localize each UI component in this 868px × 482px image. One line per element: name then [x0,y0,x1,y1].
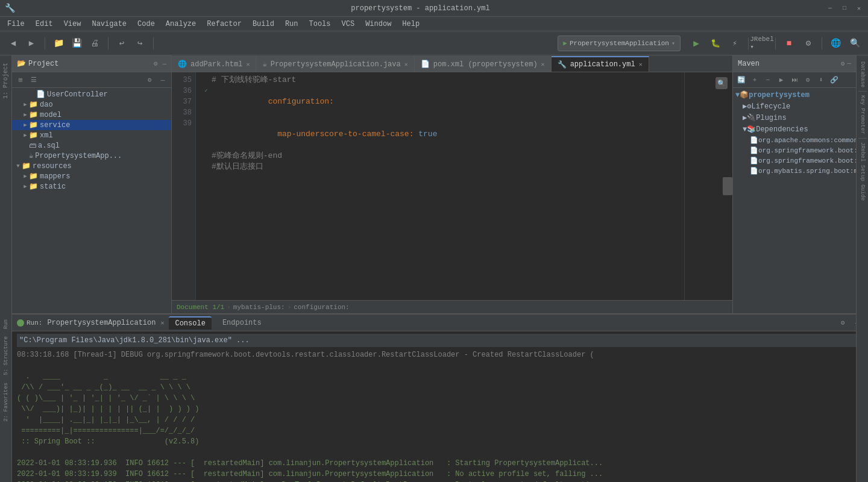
toolbar-translate-btn[interactable]: 🌐 [827,35,844,52]
run-coverage-btn[interactable]: ⚡ [726,35,743,52]
project-close-icon[interactable]: — [162,60,166,67]
menu-file[interactable]: File [2,19,30,30]
menu-code[interactable]: Code [133,19,160,30]
toolbar-search-btn[interactable]: 🔍 [846,35,863,52]
vtab-database-edge[interactable]: Database [858,58,867,92]
maven-show-deps-btn[interactable]: 🔗 [828,74,840,86]
vtab-jrebel-setup-edge[interactable]: JRebel Setup Guide [858,139,867,204]
menu-analyze[interactable]: Analyze [161,19,201,30]
tree-item-usercontroller[interactable]: 📄 UserController [12,89,171,99]
toolbar-save-btn[interactable]: 💾 [68,35,85,52]
code-line-35: # 下划线转驼峰-start [201,75,679,86]
tab-endpoints[interactable]: Endpoints [216,316,268,330]
maven-minimize-icon[interactable]: — [847,60,851,67]
bottom-settings-btn[interactable]: ⚙ [837,317,849,329]
project-settings-btn[interactable]: ⚙ [143,74,156,86]
tab-close-pom[interactable]: ✕ [541,61,545,68]
run-btn[interactable]: ▶ [688,35,705,52]
tab-propertysystem-app[interactable]: ☕ PropertysystemApplication.java ✕ [256,56,414,72]
toolbar-undo-btn[interactable]: ↩ [113,35,130,52]
maven-remove-btn[interactable]: − [762,74,774,86]
maven-add-btn[interactable]: + [749,74,761,86]
menu-window[interactable]: Window [360,19,396,30]
vtab-structure[interactable]: 5: Structure [2,333,10,379]
tree-item-propertysystem-app[interactable]: ☕ PropertysystemApp... [12,151,171,161]
run-label: Run: [17,319,42,327]
maven-item-plugins[interactable]: ▶ 🔌 Plugins [733,112,856,124]
vtab-key-promoter-edge[interactable]: Key Promoter [858,92,867,139]
folder-icon: 📁 [29,110,38,119]
tab-console[interactable]: Console [169,316,211,330]
tree-item-asql[interactable]: 🗃 a.sql [12,140,171,151]
tab-addpark[interactable]: 🌐 addPark.html ✕ [172,56,256,72]
tab-close-yml[interactable]: ✕ [639,61,643,68]
vtab-run-bottom[interactable]: Run [2,316,10,333]
tree-item-dao[interactable]: ▶ 📁 dao [12,99,171,110]
minimize-button[interactable]: — [826,4,834,13]
maven-item-lifecycle[interactable]: ▶ ⚙ Lifecycle [733,101,856,112]
tab-pom[interactable]: 📄 pom.xml (propertysystem) ✕ [415,56,552,72]
menu-help[interactable]: Help [397,19,424,30]
jrebel-btn[interactable]: JRebel ▾ [753,35,770,52]
search-icon[interactable]: 🔍 [715,77,728,89]
vtab-project[interactable]: 1: Project [1,58,10,104]
tree-item-model[interactable]: ▶ 📁 model [12,110,171,120]
maven-item-propertysystem[interactable]: ▼ 📦 propertysystem [733,89,856,101]
project-expand-btn[interactable]: ☰ [28,74,40,86]
toolbar-sep-4 [748,37,749,49]
maximize-button[interactable]: □ [840,4,849,13]
app-selector[interactable]: ▶ PropertysystemApplication ▾ [558,36,681,51]
titlebar-controls[interactable]: — □ ✕ [826,4,863,13]
maven-icon: 🔌 [747,113,756,122]
tree-item-resources[interactable]: ▼ 📁 resources [12,161,171,171]
project-gear-icon[interactable]: ⚙ [154,60,158,67]
menu-view[interactable]: View [59,19,86,30]
toolbar-open-btn[interactable]: 📁 [50,35,67,52]
menu-edit[interactable]: Edit [31,19,58,30]
toolbar-back-btn[interactable]: ◀ [5,35,22,52]
maven-label: Dependencies [756,125,808,134]
tree-item-xml[interactable]: ▶ 📁 xml [12,130,171,140]
toolbar-forward-btn[interactable]: ▶ [23,35,40,52]
run-app-close[interactable]: ✕ [160,319,164,327]
tab-application-yml[interactable]: 🔧 application.yml ✕ [552,56,649,72]
maven-item-mybatis[interactable]: 📄 org.mybatis.spring.boot:mybatis-spring… [733,166,856,176]
maven-item-dependencies[interactable]: ▼ 📚 Dependencies [733,124,856,135]
menu-run[interactable]: Run [280,19,303,30]
tree-item-mappers[interactable]: ▶ 📁 mappers [12,171,171,181]
project-title: Project [28,60,58,68]
project-collapse-btn[interactable]: ⊞ [14,74,27,86]
menu-build[interactable]: Build [248,19,279,30]
menu-refactor[interactable]: Refactor [202,19,247,30]
maven-settings-btn2[interactable]: ⚙ [802,74,814,86]
maven-item-thymeleaf[interactable]: 📄 org.springframework.boot:spring-boot-s… [733,155,856,166]
maven-run-btn[interactable]: ▶ [775,74,787,86]
expand-arrow: ▼ [14,163,22,169]
maven-item-spring-web[interactable]: 📄 org.springframework.boot:spring-boot-s… [733,145,856,155]
toolbar-redo-btn[interactable]: ↪ [131,35,148,52]
tab-close-app[interactable]: ✕ [404,61,408,68]
maven-download-btn[interactable]: ⬇ [815,74,827,86]
console-info-3: 2022-01-01 08:33:20.150 INFO 16612 --- [… [17,480,863,482]
maven-skip-btn[interactable]: ⏭ [788,74,800,86]
menu-tools[interactable]: Tools [304,19,336,30]
toolbar-print-btn[interactable]: 🖨 [86,35,103,52]
tree-item-service[interactable]: ▶ 📁 service [12,120,171,130]
bc-doc: Document 1/1 [177,304,224,311]
tree-item-static[interactable]: ▶ 📁 static [12,181,171,192]
stop-btn[interactable]: ■ [781,35,797,52]
maven-settings-icon[interactable]: ⚙ [841,60,845,67]
maven-refresh-btn[interactable]: 🔄 [735,74,747,86]
console-spring-1: . ____ _ __ _ _ [17,371,863,382]
menu-vcs[interactable]: VCS [337,19,360,30]
project-minimize-btn[interactable]: — [157,74,169,86]
maven-item-commons-lang3[interactable]: 📄 org.apache.commons:commons-lang3:3.10 [733,135,856,145]
vtab-favorites[interactable]: 2: Favorites [2,379,10,425]
tab-close-addpark[interactable]: ✕ [246,61,250,68]
debug-btn[interactable]: 🐛 [707,35,724,52]
console-cmd-line: "C:\Program Files\Java\jdk1.8.0_281\bin\… [17,334,863,347]
code-area[interactable]: # 下划线转驼峰-start ✓ configuration: map-unde… [196,72,684,300]
toolbar-settings-btn[interactable]: ⚙ [800,35,817,52]
menu-navigate[interactable]: Navigate [87,19,131,30]
close-button[interactable]: ✕ [855,4,863,13]
